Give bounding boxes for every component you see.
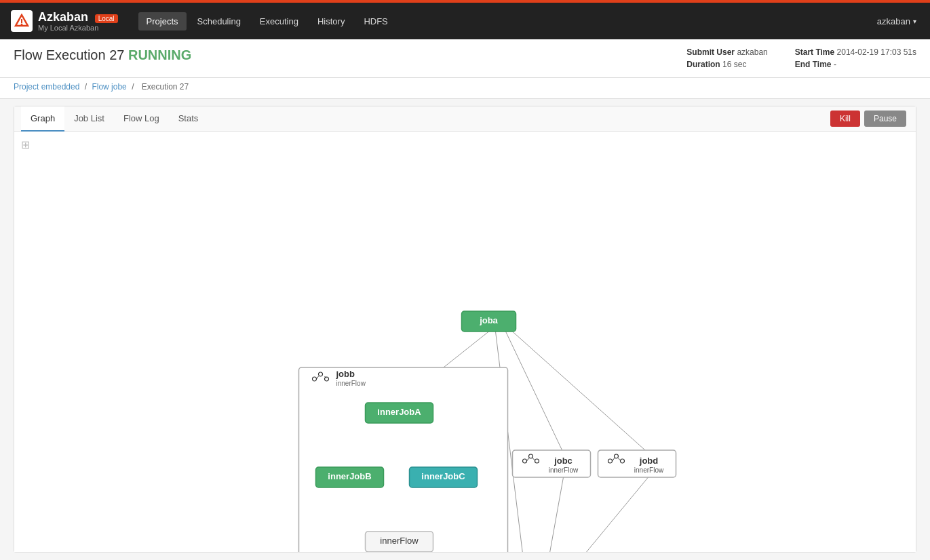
breadcrumb-flow[interactable]: Flow jobe (92, 82, 126, 92)
edge-jobd-jobe (549, 477, 648, 552)
tab-actions: Kill Pause (830, 111, 906, 127)
innerJobB-label: innerJobB (328, 471, 371, 481)
tabs-bar: Graph Job List Flow Log Stats Kill Pause (14, 106, 916, 132)
meta-area: Submit User azkaban Duration 16 sec Star… (686, 47, 916, 69)
status-badge: RUNNING (128, 47, 191, 62)
tab-flow-log[interactable]: Flow Log (114, 106, 169, 132)
topbar: Azkaban Local My Local Azkaban Projects … (0, 0, 930, 39)
title-area: Flow Execution 27 RUNNING (14, 47, 191, 63)
svg-text:innerFlow: innerFlow (336, 380, 366, 387)
graph-svg: jobb innerFlow joba innerJobA innerJobB … (14, 132, 916, 552)
main-nav: Projects Scheduling Executing History HD… (138, 12, 396, 31)
tab-graph[interactable]: Graph (21, 106, 64, 132)
chevron-down-icon: ▾ (913, 18, 916, 25)
joba-label: joba (479, 315, 498, 325)
jobd-label: jobd (639, 456, 658, 466)
logo-sub: My Local Azkaban (38, 24, 118, 32)
submit-user: Submit User azkaban (686, 47, 767, 57)
duration: Duration 16 sec (686, 60, 767, 69)
end-time: End Time - (795, 60, 916, 69)
kill-button[interactable]: Kill (830, 111, 860, 127)
breadcrumb-project[interactable]: Project embedded (14, 82, 79, 92)
content-area: Graph Job List Flow Log Stats Kill Pause… (14, 106, 916, 553)
graph-area: ⊞ (14, 132, 916, 552)
page-header: Flow Execution 27 RUNNING Submit User az… (0, 39, 930, 78)
innerJobC-label: innerJobC (421, 471, 465, 481)
breadcrumb-current: Execution 27 (142, 82, 189, 92)
nav-executing[interactable]: Executing (252, 12, 307, 31)
logo-badge: Local (95, 14, 118, 23)
logo-text: Azkaban (38, 10, 88, 24)
edge-joba-jobd (513, 332, 648, 453)
nav-hdfs[interactable]: HDFS (355, 12, 395, 31)
azkaban-logo-icon (11, 10, 33, 32)
jobd-sublabel: innerFlow (634, 466, 664, 474)
page-title: Flow Execution 27 RUNNING (14, 47, 191, 63)
meta-col-left: Submit User azkaban Duration 16 sec (686, 47, 767, 69)
jobb-container[interactable] (299, 367, 508, 552)
breadcrumb: Project embedded / Flow jobe / Execution… (0, 78, 930, 99)
user-menu[interactable]: azkaban ▾ (877, 16, 916, 26)
edge-jobc-jobe (542, 477, 564, 552)
tab-stats[interactable]: Stats (169, 106, 208, 132)
nav-history[interactable]: History (309, 12, 353, 31)
user-name: azkaban (877, 16, 910, 26)
nav-projects[interactable]: Projects (138, 12, 187, 31)
tab-job-list[interactable]: Job List (64, 106, 114, 132)
svg-point-2 (21, 24, 23, 26)
nav-scheduling[interactable]: Scheduling (189, 12, 249, 31)
svg-text:jobb: jobb (336, 369, 355, 379)
logo-area: Azkaban Local My Local Azkaban (11, 10, 118, 32)
innerJobA-label: innerJobA (377, 407, 421, 417)
innerFlow-label: innerFlow (380, 536, 419, 546)
jobc-label: jobc (554, 456, 573, 466)
edge-joba-jobc (506, 332, 564, 453)
meta-col-right: Start Time 2014-02-19 17:03 51s End Time… (795, 47, 916, 69)
pause-button[interactable]: Pause (864, 111, 906, 127)
start-time: Start Time 2014-02-19 17:03 51s (795, 47, 916, 57)
jobc-sublabel: innerFlow (549, 466, 579, 474)
